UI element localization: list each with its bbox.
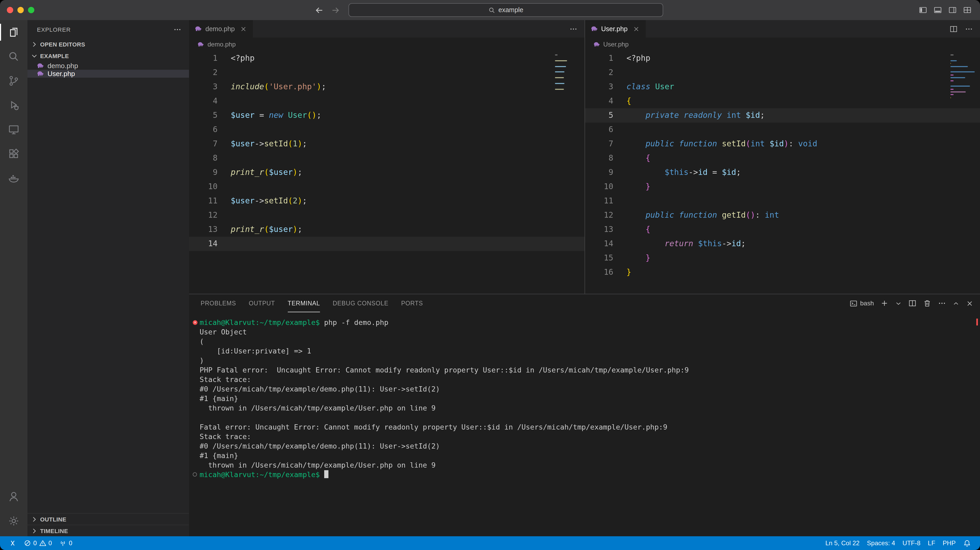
- editor-more-actions-icon[interactable]: [569, 25, 578, 33]
- code-line-5[interactable]: 5$user = new User();: [189, 108, 584, 123]
- panel-tab-ports[interactable]: PORTS: [401, 294, 423, 312]
- code-line-13[interactable]: 13 {: [585, 222, 980, 237]
- code-line-11[interactable]: 11: [585, 194, 980, 208]
- breadcrumb[interactable]: demo.php: [189, 38, 584, 51]
- terminal-dropdown-icon[interactable]: [895, 300, 902, 307]
- minimize-window-button[interactable]: [18, 7, 24, 13]
- toggle-secondary-sidebar-icon[interactable]: [948, 6, 957, 14]
- code-line-15[interactable]: 15 }: [585, 251, 980, 265]
- ports-status[interactable]: 0: [56, 536, 76, 550]
- code-line-16[interactable]: 16}: [585, 265, 980, 279]
- code-line-7[interactable]: 7$user->setId(1);: [189, 137, 584, 151]
- code-line-13[interactable]: 13print_r($user);: [189, 222, 584, 237]
- activity-search-icon[interactable]: [0, 45, 27, 69]
- php-icon: [37, 70, 45, 77]
- panel-tab-output[interactable]: OUTPUT: [249, 294, 275, 312]
- code-line-11[interactable]: 11$user->setId(2);: [189, 194, 584, 208]
- panel-tab-problems[interactable]: PROBLEMS: [200, 294, 236, 312]
- code-line-3[interactable]: 3include('User.php');: [189, 80, 584, 94]
- encoding-status[interactable]: UTF-8: [899, 536, 924, 550]
- cursor-position-status[interactable]: Ln 5, Col 22: [822, 536, 863, 550]
- terminal-content[interactable]: ×micah@Klarvut:~/tmp/example$ php -f dem…: [189, 312, 980, 536]
- notifications-bell-icon[interactable]: [959, 536, 975, 550]
- file-demo-php[interactable]: demo.php: [27, 62, 189, 70]
- activity-run-debug-icon[interactable]: [0, 93, 27, 117]
- code-line-3[interactable]: 3class User: [585, 80, 980, 94]
- split-editor-icon[interactable]: [950, 25, 958, 33]
- php-icon: [593, 41, 600, 48]
- code-line-12[interactable]: 12 public function getId(): int: [585, 208, 980, 222]
- forward-arrow-icon[interactable]: [331, 6, 340, 14]
- terminal-line: User Object: [189, 327, 980, 336]
- activity-extensions-icon[interactable]: [0, 142, 27, 166]
- command-center-search[interactable]: example: [348, 3, 663, 17]
- tab-demo-php[interactable]: demo.php: [189, 20, 253, 38]
- indentation-status[interactable]: Spaces: 4: [863, 536, 899, 550]
- close-window-button[interactable]: [7, 7, 13, 13]
- editor-more-actions-icon[interactable]: [965, 25, 973, 33]
- code-line-14[interactable]: 14: [189, 237, 584, 251]
- close-tab-icon[interactable]: [632, 25, 640, 32]
- prompt-decoration[interactable]: [193, 472, 197, 476]
- zoom-window-button[interactable]: [28, 7, 34, 13]
- breadcrumb[interactable]: User.php: [585, 38, 980, 51]
- remote-indicator[interactable]: [5, 536, 20, 550]
- code-line-10[interactable]: 10: [189, 180, 584, 194]
- code-line-9[interactable]: 9 $this->id = $id;: [585, 165, 980, 180]
- code-line-6[interactable]: 6: [189, 123, 584, 137]
- code-line-14[interactable]: 14 return $this->id;: [585, 237, 980, 251]
- language-mode-status[interactable]: PHP: [939, 536, 959, 550]
- code-line-2[interactable]: 2: [189, 65, 584, 80]
- terminal-shell-selector[interactable]: bash: [850, 299, 874, 307]
- close-panel-icon[interactable]: [966, 299, 974, 307]
- code-line-12[interactable]: 12: [189, 208, 584, 222]
- customize-layout-icon[interactable]: [963, 6, 972, 14]
- panel-tab-debug-console[interactable]: DEBUG CONSOLE: [332, 294, 388, 312]
- minimap[interactable]: [950, 54, 975, 98]
- settings-gear-icon[interactable]: [0, 509, 27, 533]
- activity-source-control-icon[interactable]: [0, 69, 27, 93]
- line-content: <?php: [231, 51, 584, 65]
- panel-tab-terminal[interactable]: TERMINAL: [288, 294, 320, 312]
- code-line-10[interactable]: 10 }: [585, 180, 980, 194]
- section-timeline[interactable]: TIMELINE: [27, 524, 189, 536]
- activity-explorer-icon[interactable]: [0, 20, 27, 45]
- activity-remote-explorer-icon[interactable]: [0, 117, 27, 142]
- command-failed-decoration[interactable]: ×: [193, 320, 197, 325]
- eol-status[interactable]: LF: [924, 536, 939, 550]
- minimap[interactable]: [555, 54, 579, 92]
- code-line-1[interactable]: 1<?php: [585, 51, 980, 65]
- code-line-7[interactable]: 7 public function setId(int $id): void: [585, 137, 980, 151]
- activity-docker-icon[interactable]: [0, 166, 27, 190]
- code-line-9[interactable]: 9print_r($user);: [189, 165, 584, 180]
- section-example-folder[interactable]: EXAMPLE: [27, 50, 189, 62]
- code-line-2[interactable]: 2: [585, 65, 980, 80]
- terminal-icon: [850, 299, 858, 307]
- back-arrow-icon[interactable]: [315, 6, 324, 14]
- code-line-8[interactable]: 8 {: [585, 151, 980, 165]
- code-line-4[interactable]: 4: [189, 94, 584, 108]
- close-tab-icon[interactable]: [239, 25, 247, 32]
- panel-more-actions-icon[interactable]: [938, 299, 946, 308]
- code-editor-demo-php[interactable]: 1<?php23include('User.php');45$user = ne…: [189, 51, 584, 294]
- code-line-8[interactable]: 8: [189, 151, 584, 165]
- new-terminal-icon[interactable]: [880, 299, 889, 308]
- code-editor-user-php[interactable]: 1<?php23class User4{5 private readonly i…: [585, 51, 980, 294]
- split-terminal-icon[interactable]: [908, 299, 916, 308]
- explorer-more-actions-icon[interactable]: [173, 25, 181, 33]
- code-line-5[interactable]: 5 private readonly int $id;: [585, 108, 980, 123]
- toggle-panel-icon[interactable]: [934, 6, 942, 14]
- code-line-1[interactable]: 1<?php: [189, 51, 584, 65]
- kill-terminal-trash-icon[interactable]: [923, 299, 931, 308]
- code-line-4[interactable]: 4{: [585, 94, 980, 108]
- section-outline[interactable]: OUTLINE: [27, 513, 189, 524]
- section-open-editors[interactable]: OPEN EDITORS: [27, 38, 189, 50]
- code-line-6[interactable]: 6: [585, 123, 980, 137]
- problems-status[interactable]: 0 0: [20, 536, 56, 550]
- accounts-icon[interactable]: [0, 485, 27, 509]
- line-content: [627, 194, 980, 208]
- tab-user-php[interactable]: User.php: [585, 20, 646, 38]
- maximize-panel-icon[interactable]: [953, 300, 959, 307]
- file-user-php[interactable]: User.php: [27, 70, 189, 78]
- toggle-sidebar-icon[interactable]: [919, 6, 927, 14]
